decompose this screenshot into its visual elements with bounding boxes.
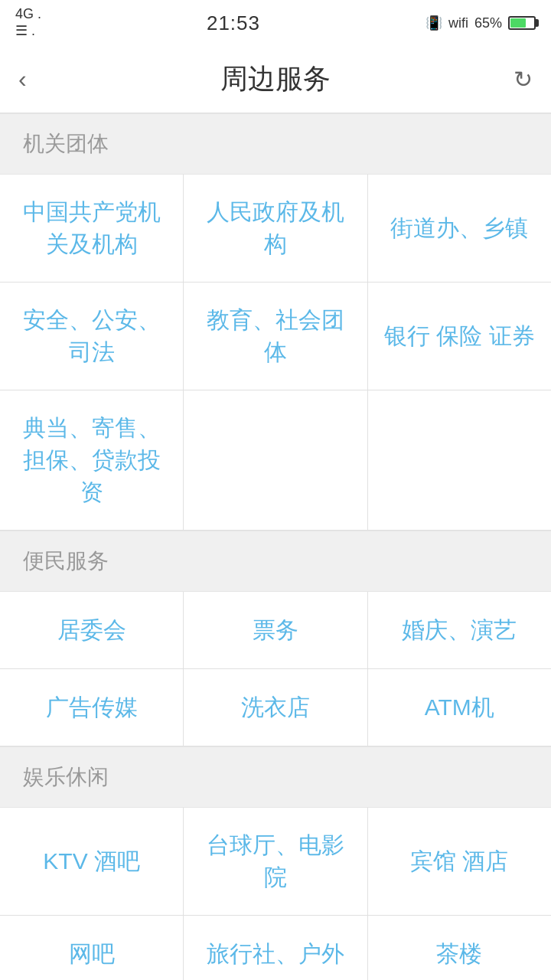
cell-jiedao[interactable]: 街道办、乡镇 xyxy=(368,175,551,282)
page-title: 周边服务 xyxy=(220,60,331,98)
battery-percent: 65% xyxy=(474,15,502,31)
section-header-guantuanti: 机关团体 xyxy=(0,113,551,175)
cell-juweihu[interactable]: 居委会 xyxy=(0,592,184,668)
cell-anquan[interactable]: 安全、公安、司法 xyxy=(0,283,184,390)
refresh-button[interactable]: ↻ xyxy=(514,66,533,93)
section-header-yule: 娱乐休闲 xyxy=(0,746,551,808)
vibrate-icon: 📳 xyxy=(425,15,442,31)
grid-row: 广告传媒 洗衣店 ATM机 xyxy=(0,669,551,746)
signal-info: 4G . ☰ . xyxy=(15,6,41,39)
battery-icon xyxy=(508,16,536,30)
cell-piaowu[interactable]: 票务 xyxy=(184,592,367,668)
top-nav: ‹ 周边服务 ↻ xyxy=(0,46,551,113)
grid-row: 典当、寄售、担保、贷款投资 xyxy=(0,390,551,531)
cell-ktv[interactable]: KTV 酒吧 xyxy=(0,808,184,915)
grid-row: 网吧 旅行社、户外 茶楼 xyxy=(0,916,551,980)
back-button[interactable]: ‹ xyxy=(18,65,27,93)
signal-bars: ☰ . xyxy=(15,23,41,40)
grid-yule: KTV 酒吧 台球厅、电影院 宾馆 酒店 网吧 旅行社、户外 茶楼 洗浴 足疗 … xyxy=(0,808,551,980)
cell-yinhang[interactable]: 银行 保险 证券 xyxy=(368,283,551,390)
cell-wangba[interactable]: 网吧 xyxy=(0,916,184,980)
cell-atm[interactable]: ATM机 xyxy=(368,669,551,746)
cell-xiyidian[interactable]: 洗衣店 xyxy=(184,669,367,746)
cell-empty1 xyxy=(184,390,367,530)
grid-row: 居委会 票务 婚庆、演艺 xyxy=(0,592,551,669)
cell-lvxing[interactable]: 旅行社、户外 xyxy=(184,916,367,980)
status-time: 21:53 xyxy=(207,11,260,35)
cell-empty2 xyxy=(368,390,551,530)
cell-renmin[interactable]: 人民政府及机构 xyxy=(184,175,367,282)
network-type: 4G . xyxy=(15,6,41,23)
cell-jiaoyu[interactable]: 教育、社会团体 xyxy=(184,283,367,390)
cell-diandang[interactable]: 典当、寄售、担保、贷款投资 xyxy=(0,390,184,530)
wifi-icon: wifi xyxy=(448,15,468,31)
cell-binguan[interactable]: 宾馆 酒店 xyxy=(368,808,551,915)
grid-row: 安全、公安、司法 教育、社会团体 银行 保险 证券 xyxy=(0,283,551,390)
status-right: 📳 wifi 65% xyxy=(425,15,536,31)
grid-row: 中国共产党机关及机构 人民政府及机构 街道办、乡镇 xyxy=(0,175,551,283)
battery-fill xyxy=(510,18,526,28)
cell-taiqi[interactable]: 台球厅、电影院 xyxy=(184,808,367,915)
section-header-bianmin: 便民服务 xyxy=(0,531,551,592)
grid-row: KTV 酒吧 台球厅、电影院 宾馆 酒店 xyxy=(0,808,551,916)
cell-chalou[interactable]: 茶楼 xyxy=(368,916,551,980)
status-bar: 4G . ☰ . 21:53 📳 wifi 65% xyxy=(0,0,551,46)
cell-hunqing[interactable]: 婚庆、演艺 xyxy=(368,592,551,668)
grid-guantuanti: 中国共产党机关及机构 人民政府及机构 街道办、乡镇 安全、公安、司法 教育、社会… xyxy=(0,175,551,531)
grid-bianmin: 居委会 票务 婚庆、演艺 广告传媒 洗衣店 ATM机 xyxy=(0,592,551,746)
cell-zhongguo[interactable]: 中国共产党机关及机构 xyxy=(0,175,184,282)
cell-guanggao[interactable]: 广告传媒 xyxy=(0,669,184,746)
